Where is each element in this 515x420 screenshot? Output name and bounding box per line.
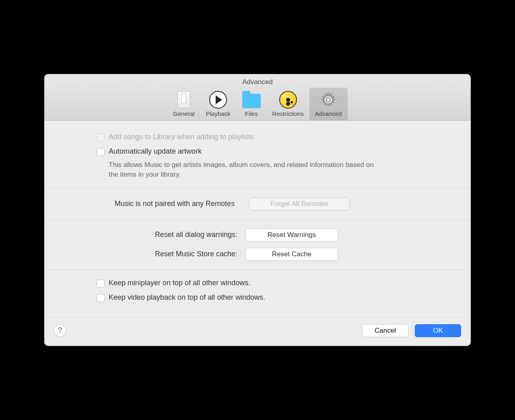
parental-icon xyxy=(278,90,298,109)
tab-restrictions[interactable]: Restrictions xyxy=(267,88,309,120)
preferences-window: Advanced General Playback Files Restrict… xyxy=(44,74,471,346)
tab-label: Playback xyxy=(206,110,231,117)
content-pane: Add songs to Library when adding to play… xyxy=(44,121,471,346)
ok-button[interactable]: OK xyxy=(415,324,461,337)
reset-warnings-row: Reset all dialog warnings: Reset Warning… xyxy=(56,229,459,241)
reset-warnings-label: Reset all dialog warnings: xyxy=(155,231,237,239)
reset-cache-label: Reset Music Store cache: xyxy=(155,250,237,258)
tab-general[interactable]: General xyxy=(167,88,200,120)
checkbox-auto-artwork[interactable] xyxy=(97,148,105,156)
tab-label: Advanced xyxy=(315,110,342,117)
description-auto-artwork: This allows Music to get artists images,… xyxy=(109,160,382,179)
divider xyxy=(44,219,471,220)
forget-remotes-button: Forget All Remotes xyxy=(249,198,350,210)
label-keep-video: Keep video playback on top of all other … xyxy=(109,293,265,302)
svg-point-1 xyxy=(325,96,332,103)
remotes-status: Music is not paired with any Remotes xyxy=(115,200,235,208)
label-auto-artwork: Automatically update artwork xyxy=(109,147,202,156)
remotes-row: Music is not paired with any Remotes For… xyxy=(56,198,459,210)
label-add-songs: Add songs to Library when adding to play… xyxy=(109,133,254,141)
tab-label: General xyxy=(173,110,194,117)
cancel-button[interactable]: Cancel xyxy=(362,324,408,337)
tab-label: Restrictions xyxy=(272,110,304,117)
gear-icon xyxy=(319,90,338,109)
option-keep-video: Keep video playback on top of all other … xyxy=(97,293,459,302)
tab-files[interactable]: Files xyxy=(236,88,267,120)
switch-icon xyxy=(174,90,194,109)
checkbox-keep-video[interactable] xyxy=(97,294,105,302)
tab-playback[interactable]: Playback xyxy=(200,88,236,120)
window-title: Advanced xyxy=(44,78,471,88)
play-icon xyxy=(208,90,228,109)
option-add-songs: Add songs to Library when adding to play… xyxy=(97,133,459,142)
tab-label: Files xyxy=(245,110,258,117)
dialog-footer: ? Cancel OK xyxy=(44,317,471,346)
reset-cache-button[interactable]: Reset Cache xyxy=(245,248,338,261)
toolbar: Advanced General Playback Files Restrict… xyxy=(44,74,471,121)
divider xyxy=(44,270,471,270)
tab-advanced[interactable]: Advanced xyxy=(309,88,348,120)
divider xyxy=(44,188,471,189)
label-keep-miniplayer: Keep miniplayer on top of all other wind… xyxy=(109,279,250,287)
checkbox-add-songs xyxy=(97,134,105,142)
reset-cache-row: Reset Music Store cache: Reset Cache xyxy=(56,248,459,261)
help-button[interactable]: ? xyxy=(54,325,66,337)
reset-warnings-button[interactable]: Reset Warnings xyxy=(245,229,338,241)
option-auto-artwork: Automatically update artwork xyxy=(97,147,459,156)
folder-icon xyxy=(242,90,261,109)
checkbox-keep-miniplayer[interactable] xyxy=(97,280,105,288)
option-keep-miniplayer: Keep miniplayer on top of all other wind… xyxy=(97,279,459,288)
tab-bar: General Playback Files Restrictions Adva… xyxy=(44,88,471,120)
